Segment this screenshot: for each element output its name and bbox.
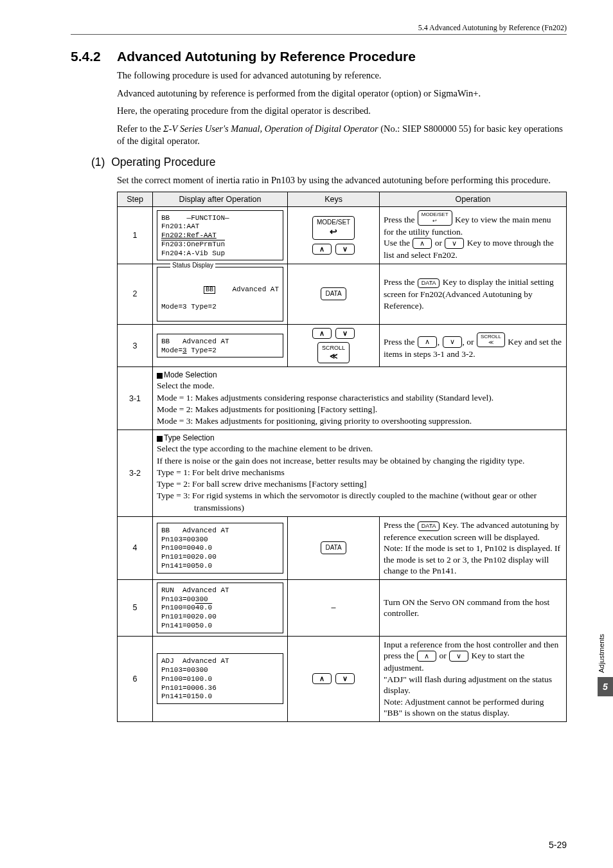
mode-selection-cell: Mode Selection Select the mode. Mode = 1… <box>153 367 567 430</box>
step-num: 2 <box>118 264 153 324</box>
keys-cell: DATA <box>288 264 380 324</box>
subsection-title: Operating Procedure <box>111 156 215 168</box>
square-bullet-icon <box>157 373 163 379</box>
type-selection-cell: Type Selection Select the type according… <box>153 430 567 517</box>
side-tab-label: Adjustments <box>598 630 605 677</box>
step-num: 5 <box>118 579 153 636</box>
step-num: 4 <box>118 516 153 579</box>
up-key-inline: ∧ <box>417 651 436 662</box>
data-key-icon: DATA <box>321 541 346 554</box>
col-display: Display after Operation <box>153 192 288 207</box>
page-header: 5.4 Advanced Autotuning by Reference (Fn… <box>71 23 567 35</box>
square-bullet-icon <box>157 436 163 442</box>
col-step: Step <box>118 192 153 207</box>
intro-para-3: Here, the operating procedure from the d… <box>117 105 567 118</box>
up-key-icon: ∧ <box>312 673 332 684</box>
operation-cell: Press the DATA Key to display the initia… <box>380 264 567 324</box>
table-row: 1 BB —FUNCTION— Fn201:AAT Fn202:Ref-AAT … <box>118 207 567 264</box>
step-num: 3-2 <box>118 430 153 517</box>
table-row: 6 ADJ Advanced AT Pn103=00300 Pn100=0100… <box>118 636 567 721</box>
side-tab: Adjustments 5 <box>598 630 613 696</box>
operator-display: BB —FUNCTION— Fn201:AAT Fn202:Ref-AAT Fn… <box>157 210 283 261</box>
operation-cell: Input a reference from the host controll… <box>380 636 567 721</box>
up-key-icon: ∧ <box>312 328 332 339</box>
table-row: 3-2 Type Selection Select the type accor… <box>118 430 567 517</box>
side-tab-number: 5 <box>598 677 613 696</box>
data-key-inline: DATA <box>418 278 440 288</box>
display-cell: BB Advanced AT Mode=3 Type=2 <box>153 324 288 366</box>
step-num: 3 <box>118 324 153 366</box>
operator-display: Status DisplayBB Advanced AT Mode=3 Type… <box>157 267 283 321</box>
up-key-inline: ∧ <box>413 238 432 249</box>
subsection-intro: Set the correct moment of inertia ratio … <box>117 174 567 187</box>
down-key-icon: ∨ <box>335 244 355 255</box>
keys-cell: – <box>288 579 380 636</box>
section-heading: 5.4.2Advanced Autotuning by Reference Pr… <box>71 49 567 64</box>
display-cell: BB Advanced AT Pn103=00300 Pn100=0040.0 … <box>153 516 288 579</box>
down-key-inline: ∨ <box>443 336 462 347</box>
down-key-icon: ∨ <box>335 673 355 684</box>
up-key-icon: ∧ <box>312 244 332 255</box>
status-display-label: Status Display <box>170 262 215 270</box>
page-number: 5-29 <box>549 840 567 850</box>
display-cell: RUN Advanced AT Pn103=00300 Pn100=0040.0… <box>153 579 288 636</box>
operator-display: ADJ Advanced AT Pn103=00300 Pn100=0100.0… <box>157 653 283 704</box>
scroll-key-icon: SCROLL≪ <box>317 342 350 363</box>
display-cell: ADJ Advanced AT Pn103=00300 Pn100=0100.0… <box>153 636 288 721</box>
keys-cell: ∧ ∨ SCROLL≪ <box>288 324 380 366</box>
keys-cell: ∧ ∨ <box>288 636 380 721</box>
intro-para-4: Refer to the Σ-V Series User's Manual, O… <box>117 123 567 148</box>
step-num: 6 <box>118 636 153 721</box>
operator-display: BB Advanced AT Pn103=00300 Pn100=0040.0 … <box>157 523 283 574</box>
operation-cell: Press the ∧, ∨, or SCROLL≪ Key and set t… <box>380 324 567 366</box>
table-row: 3 BB Advanced AT Mode=3 Type=2 ∧ ∨ SCROL… <box>118 324 567 366</box>
keys-cell: DATA <box>288 516 380 579</box>
table-row: 4 BB Advanced AT Pn103=00300 Pn100=0040.… <box>118 516 567 579</box>
col-keys: Keys <box>288 192 380 207</box>
table-row: 2 Status DisplayBB Advanced AT Mode=3 Ty… <box>118 264 567 324</box>
table-row: 5 RUN Advanced AT Pn103=00300 Pn100=0040… <box>118 579 567 636</box>
down-key-inline: ∨ <box>449 651 468 662</box>
down-key-icon: ∨ <box>335 328 355 339</box>
data-key-inline: DATA <box>418 521 440 531</box>
data-key-icon: DATA <box>321 287 346 300</box>
keys-cell: MODE/SET↩ ∧ ∨ <box>288 207 380 264</box>
display-cell: BB —FUNCTION— Fn201:AAT Fn202:Ref-AAT Fn… <box>153 207 288 264</box>
section-number: 5.4.2 <box>71 49 117 64</box>
operator-display: RUN Advanced AT Pn103=00300 Pn100=0040.0… <box>157 583 283 633</box>
operation-cell: Press the MODE/SET↩ Key to view the main… <box>380 207 567 264</box>
step-num: 1 <box>118 207 153 264</box>
display-cell: Status DisplayBB Advanced AT Mode=3 Type… <box>153 264 288 324</box>
modeset-key-inline: MODE/SET↩ <box>418 210 452 225</box>
table-header-row: Step Display after Operation Keys Operat… <box>118 192 567 207</box>
step-num: 3-1 <box>118 367 153 430</box>
col-operation: Operation <box>380 192 567 207</box>
operator-display: BB Advanced AT Mode=3 Type=2 <box>157 334 283 358</box>
intro-para-1: The following procedure is used for adva… <box>117 69 567 82</box>
subsection-heading: (1) Operating Procedure <box>91 156 567 169</box>
modeset-key-icon: MODE/SET↩ <box>312 216 355 240</box>
scroll-key-inline: SCROLL≪ <box>477 332 505 347</box>
down-key-inline: ∨ <box>445 238 464 249</box>
section-title: Advanced Autotuning by Reference Procedu… <box>117 49 416 64</box>
table-row: 3-1 Mode Selection Select the mode. Mode… <box>118 367 567 430</box>
subsection-number: (1) <box>91 156 105 168</box>
operation-cell: Turn ON the Servo ON command from the ho… <box>380 579 567 636</box>
operation-cell: Press the DATA Key. The advanced autotun… <box>380 516 567 579</box>
up-key-inline: ∧ <box>418 336 437 347</box>
procedure-table: Step Display after Operation Keys Operat… <box>117 192 567 722</box>
intro-para-2: Advanced autotuning by reference is perf… <box>117 87 567 100</box>
